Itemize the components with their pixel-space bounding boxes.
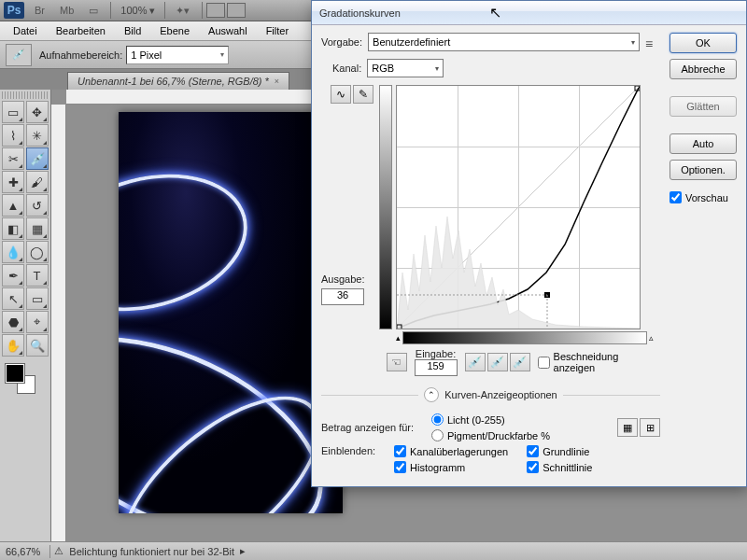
menu-filter[interactable]: Filter	[257, 22, 298, 39]
histogram-label: Histogramm	[410, 462, 465, 473]
brush-tool[interactable]: 🖌	[26, 171, 49, 193]
preset-dropdown[interactable]: Benutzerdefiniert	[368, 33, 640, 51]
gray-point-eyedropper[interactable]: 💉	[487, 353, 508, 371]
minibridge-button[interactable]: Mb	[53, 2, 80, 19]
channel-overlay-checkbox[interactable]	[394, 445, 406, 457]
toolbox: ▭ ✥ ⌇ ✳ ✂ 💉 ✚ 🖌 ▲ ↺ ◧ ▦ 💧 ◯ ✒ T ↖ ▭ ⬣ ⌖ …	[0, 90, 51, 541]
pigment-radio[interactable]	[431, 429, 444, 441]
ok-button[interactable]: OK	[669, 33, 737, 53]
menu-ebene[interactable]: Ebene	[150, 22, 199, 39]
light-radio-label: Licht (0-255)	[447, 414, 505, 426]
dialog-titlebar[interactable]: Gradationskurven	[312, 1, 746, 25]
status-alert-icon: ⚠	[54, 545, 63, 557]
document-canvas[interactable]	[119, 112, 343, 513]
eyedropper-tool[interactable]: 💉	[26, 147, 49, 170]
curve-point-mode-button[interactable]: ∿	[331, 85, 351, 104]
zoom-level[interactable]: 100% ▾	[120, 5, 155, 17]
arrange-icon[interactable]	[206, 3, 225, 18]
toolbox-grip[interactable]	[2, 91, 49, 99]
baseline-label: Grundlinie	[543, 446, 589, 457]
preset-label: Vorgabe:	[321, 36, 362, 48]
menu-bild[interactable]: Bild	[115, 22, 150, 39]
wand-tool[interactable]: ✳	[26, 124, 49, 147]
extras-icon[interactable]: ✦▾	[169, 2, 196, 20]
curves-dialog: Gradationskurven Vorgabe: Benutzerdefini…	[311, 0, 747, 487]
3d-camera-tool[interactable]: ⌖	[26, 311, 49, 333]
shape-tool[interactable]: ▭	[26, 287, 49, 310]
menu-datei[interactable]: Datei	[4, 22, 47, 39]
sample-size-label: Aufnahmebereich:	[39, 49, 122, 61]
channel-overlay-label: Kanalüberlagerungen	[410, 446, 508, 457]
marquee-tool[interactable]: ▭	[2, 101, 24, 123]
collapse-chevron-icon[interactable]: ⌃	[424, 387, 439, 402]
history-brush-tool[interactable]: ↺	[26, 194, 49, 217]
zoom-tool[interactable]: 🔍	[26, 334, 49, 357]
path-select-tool[interactable]: ↖	[2, 287, 24, 310]
screen-mode-icon[interactable]: ▭	[82, 2, 105, 20]
baseline-checkbox[interactable]	[527, 445, 539, 457]
clipping-label: Beschneidung anzeigen	[554, 351, 660, 373]
pen-tool[interactable]: ✒	[2, 264, 24, 287]
channel-dropdown[interactable]: RGB	[367, 59, 444, 77]
show-amount-label: Betrag anzeigen für:	[321, 422, 424, 433]
eraser-tool[interactable]: ◧	[2, 217, 24, 240]
sample-size-dropdown[interactable]: 1 Pixel	[126, 46, 229, 64]
intersection-checkbox[interactable]	[527, 461, 539, 473]
status-zoom[interactable]: 66,67%	[6, 546, 40, 557]
blur-tool[interactable]: 💧	[2, 241, 24, 263]
bridge-button[interactable]: Br	[28, 2, 51, 19]
input-field[interactable]: 159	[415, 359, 458, 376]
tool-preset-icon[interactable]: 💉	[6, 44, 32, 66]
preview-label: Vorschau	[685, 192, 728, 203]
output-label: Ausgabe:	[321, 273, 374, 285]
menu-bearbeiten[interactable]: Bearbeiten	[47, 22, 115, 39]
gradient-tool[interactable]: ▦	[26, 217, 49, 240]
menu-auswahl[interactable]: Auswahl	[199, 22, 257, 39]
grid-coarse-button[interactable]: ▦	[617, 418, 638, 437]
output-gradient	[379, 85, 392, 329]
channel-label: Kanal:	[332, 63, 361, 74]
light-radio[interactable]	[431, 413, 444, 426]
pigment-radio-label: Pigment/Druckfarbe %	[447, 430, 550, 441]
curve-draw-mode-button[interactable]: ✎	[353, 85, 374, 104]
lasso-tool[interactable]: ⌇	[2, 124, 24, 147]
screenmode-icon[interactable]	[227, 3, 246, 18]
status-arrow-icon[interactable]: ▸	[240, 545, 246, 557]
heal-tool[interactable]: ✚	[2, 171, 24, 193]
smooth-button[interactable]: Glätten	[669, 96, 737, 117]
histogram-checkbox[interactable]	[394, 461, 406, 473]
options-button[interactable]: Optionen.	[669, 160, 737, 180]
grid-fine-button[interactable]: ⊞	[640, 418, 660, 437]
3d-tool[interactable]: ⬣	[2, 311, 24, 333]
dodge-tool[interactable]: ◯	[26, 241, 49, 263]
crop-tool[interactable]: ✂	[2, 147, 24, 170]
fg-color-swatch[interactable]	[6, 364, 24, 383]
move-tool[interactable]: ✥	[26, 101, 49, 123]
output-field[interactable]: 36	[321, 288, 364, 305]
display-options-label: Kurven-Anzeigeoptionen	[444, 389, 557, 400]
input-label: Eingabe:	[416, 348, 456, 359]
histogram	[397, 217, 640, 329]
black-point-eyedropper[interactable]: 💉	[465, 353, 486, 371]
app-logo: Ps	[4, 2, 24, 19]
preview-checkbox[interactable]	[669, 191, 682, 203]
cancel-button[interactable]: Abbreche	[669, 59, 737, 79]
hand-tool[interactable]: ✋	[2, 334, 24, 357]
tab-close-icon[interactable]: ×	[275, 77, 279, 86]
auto-button[interactable]: Auto	[669, 133, 737, 154]
white-point-eyedropper[interactable]: 💉	[510, 353, 530, 371]
type-tool[interactable]: T	[26, 264, 49, 287]
ruler-vertical[interactable]	[51, 105, 66, 541]
preset-menu-icon[interactable]	[645, 36, 660, 48]
input-gradient	[402, 331, 647, 344]
target-adjust-icon[interactable]: ☜	[387, 353, 407, 371]
document-tab[interactable]: Unbenannt-1 bei 66,7% (Sterne, RGB/8) *×	[67, 72, 289, 90]
clipping-checkbox[interactable]	[538, 357, 550, 369]
status-message: Belichtung funktioniert nur bei 32-Bit	[69, 546, 234, 557]
blend-label: Einblenden:	[321, 445, 388, 456]
intersection-label: Schnittlinie	[543, 462, 592, 473]
stamp-tool[interactable]: ▲	[2, 194, 24, 217]
curve-graph[interactable]	[396, 85, 641, 329]
